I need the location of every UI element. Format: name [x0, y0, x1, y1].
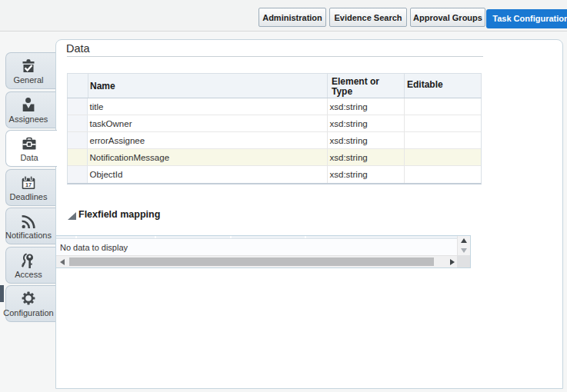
svg-text:17: 17	[25, 181, 32, 188]
